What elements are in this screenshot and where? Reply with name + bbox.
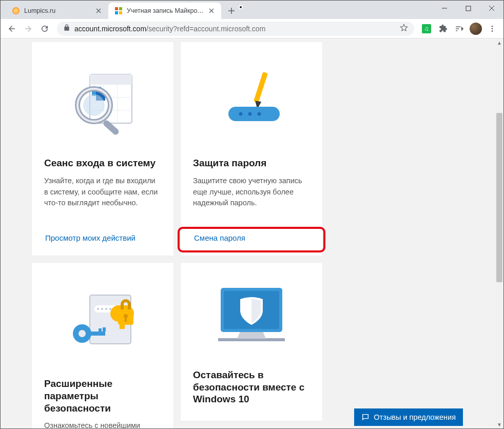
card-signin-activity: Сеанс входа в систему Узнайте, когда и г… <box>31 42 174 256</box>
svg-point-32 <box>105 308 107 310</box>
link-change-password[interactable]: Смена пароля <box>193 229 310 246</box>
extension-music-icon[interactable]: ♫ <box>419 22 434 36</box>
illustration-password <box>193 54 310 146</box>
svg-rect-6 <box>466 6 471 11</box>
illustration-signin <box>44 54 161 146</box>
svg-point-33 <box>109 308 111 310</box>
chat-icon <box>361 413 370 421</box>
svg-rect-38 <box>90 332 105 336</box>
svg-rect-40 <box>103 327 106 332</box>
svg-point-30 <box>97 308 99 310</box>
minimize-button[interactable] <box>433 1 456 16</box>
card-description: Защитите свою учетную запись еще лучше, … <box>193 176 310 220</box>
svg-point-27 <box>258 112 261 116</box>
card-description: Ознакомьтесь с новейшими параметрами защ… <box>44 420 161 428</box>
reload-button[interactable] <box>37 22 52 36</box>
feedback-button[interactable]: Отзывы и предложения <box>354 408 463 426</box>
feedback-label: Отзывы и предложения <box>374 413 456 421</box>
link-view-activity[interactable]: Просмотр моих действий <box>44 229 161 246</box>
profile-avatar[interactable] <box>469 22 483 36</box>
forward-button <box>21 22 35 36</box>
window-controls <box>433 1 503 19</box>
svg-rect-22 <box>254 72 268 103</box>
svg-point-26 <box>248 112 252 116</box>
favicon-lumpics <box>12 7 20 15</box>
svg-rect-4 <box>115 11 118 14</box>
svg-point-9 <box>492 30 493 32</box>
tab-title: Lumpics.ru <box>24 7 91 14</box>
url-text: account.microsoft.com/security?refd=acco… <box>74 25 396 33</box>
lock-icon[interactable] <box>63 24 70 33</box>
page-content: Сеанс входа в систему Узнайте, когда и г… <box>1 38 495 428</box>
card-password-protection: Защита пароля Защитите свою учетную запи… <box>180 42 323 256</box>
window-titlebar: Lumpics.ru Учетная запись Майкрософт | S <box>1 1 503 19</box>
scroll-up-arrow[interactable]: ▲ <box>495 38 503 47</box>
browser-menu-icon[interactable] <box>485 22 499 36</box>
card-title: Защита пароля <box>193 157 310 169</box>
scrollbar-thumb[interactable] <box>496 113 502 282</box>
back-button[interactable] <box>5 22 19 36</box>
extensions-puzzle-icon[interactable] <box>436 22 450 36</box>
browser-tab-lumpics[interactable]: Lumpics.ru <box>6 3 108 19</box>
close-window-button[interactable] <box>480 1 503 16</box>
svg-rect-5 <box>119 11 122 14</box>
svg-point-1 <box>13 8 18 13</box>
bookmark-star-icon[interactable] <box>400 24 408 34</box>
svg-point-41 <box>79 330 86 337</box>
svg-rect-36 <box>125 317 127 322</box>
svg-rect-24 <box>228 107 280 121</box>
svg-rect-2 <box>115 7 118 10</box>
card-windows-safety: Оставайтесь в безопасности вместе с Wind… <box>180 262 323 421</box>
browser-toolbar: account.microsoft.com/security?refd=acco… <box>1 19 503 38</box>
svg-point-8 <box>492 28 493 29</box>
browser-tabs: Lumpics.ru Учетная запись Майкрософт | S <box>1 1 239 19</box>
address-bar[interactable]: account.microsoft.com/security?refd=acco… <box>57 22 414 36</box>
tab-account-indicator[interactable] <box>239 5 243 9</box>
tab-title: Учетная запись Майкрософт | S <box>127 7 204 14</box>
illustration-advanced-security <box>44 275 161 366</box>
card-description: Узнайте, когда и где вы входили в систем… <box>44 176 161 220</box>
svg-rect-11 <box>90 74 132 85</box>
svg-point-20 <box>83 94 105 116</box>
new-tab-button[interactable] <box>224 4 239 18</box>
illustration-windows-defender <box>193 275 310 358</box>
close-tab-icon[interactable] <box>95 7 102 14</box>
favicon-microsoft <box>114 7 123 15</box>
svg-point-7 <box>492 26 493 27</box>
maximize-button[interactable] <box>456 1 480 16</box>
svg-rect-3 <box>119 7 122 10</box>
vertical-scrollbar[interactable]: ▲ ▼ <box>495 38 503 428</box>
svg-point-25 <box>239 112 243 116</box>
scroll-down-arrow[interactable]: ▼ <box>495 420 503 428</box>
card-advanced-security: Расширенные параметры безопасности Ознак… <box>31 262 174 428</box>
card-title: Расширенные параметры безопасности <box>44 378 161 414</box>
browser-tab-microsoft-account[interactable]: Учетная запись Майкрософт | S <box>108 3 221 19</box>
close-tab-icon[interactable] <box>208 7 215 14</box>
card-title: Сеанс входа в систему <box>44 157 161 169</box>
card-title: Оставайтесь в безопасности вместе с Wind… <box>193 369 310 405</box>
media-control-icon[interactable] <box>452 22 467 36</box>
svg-point-31 <box>101 308 103 310</box>
svg-rect-39 <box>99 328 102 332</box>
